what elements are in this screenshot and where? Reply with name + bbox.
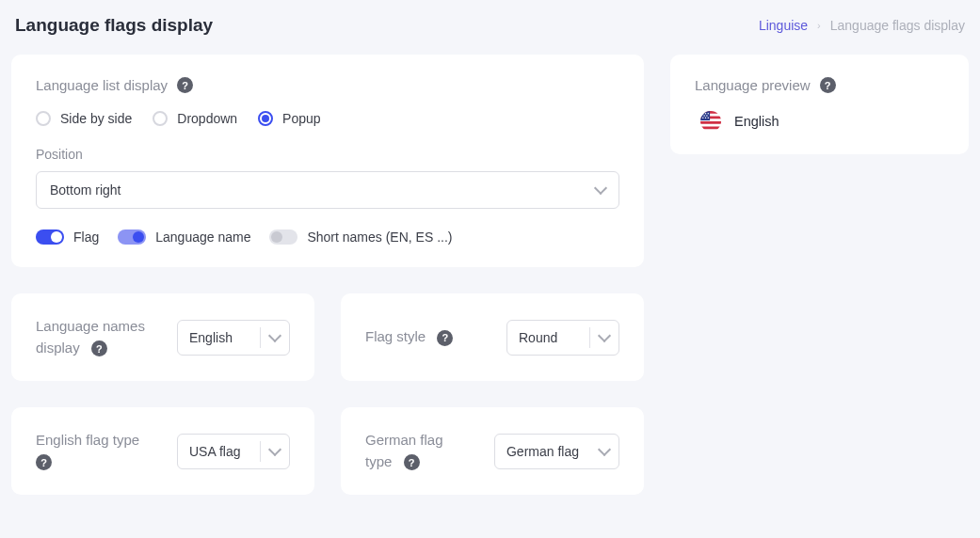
svg-point-6: [702, 113, 703, 114]
chevron-right-icon: ›: [817, 20, 821, 31]
help-icon[interactable]: ?: [36, 454, 52, 470]
svg-point-9: [703, 115, 704, 116]
german-flag-value: German flag: [495, 444, 590, 459]
breadcrumb-root[interactable]: Linguise: [759, 18, 808, 33]
svg-point-11: [702, 118, 703, 119]
svg-point-7: [705, 113, 706, 114]
language-list-card: Language list display ? Side by side Dro…: [11, 55, 644, 267]
radio-label: Popup: [282, 111, 320, 126]
english-flag-title: English flag type: [36, 432, 139, 448]
preview-language: English: [734, 114, 779, 129]
chevron-down-icon: [598, 442, 611, 455]
svg-point-10: [706, 115, 707, 116]
names-display-select[interactable]: English: [177, 320, 290, 356]
help-icon[interactable]: ?: [437, 330, 453, 346]
breadcrumb-current: Language flags display: [830, 18, 965, 33]
svg-point-13: [708, 118, 709, 119]
radio-icon: [153, 111, 168, 126]
english-flag-value: USA flag: [178, 444, 260, 459]
names-display-value: English: [178, 330, 260, 345]
help-icon[interactable]: ?: [820, 77, 836, 93]
toggle-short-names-label: Short names (EN, ES ...): [307, 229, 452, 245]
radio-label: Dropdown: [177, 111, 237, 126]
radio-icon: [258, 111, 273, 126]
display-mode-radios: Side by side Dropdown Popup: [36, 111, 619, 126]
german-flag-select[interactable]: German flag: [494, 434, 619, 469]
svg-point-12: [705, 118, 706, 119]
flag-style-value: Round: [507, 330, 589, 345]
usa-flag-icon: [700, 111, 721, 132]
english-flag-select[interactable]: USA flag: [177, 434, 290, 469]
language-preview-card: Language preview ?: [670, 55, 969, 154]
english-flag-card: English flag type ? USA flag: [11, 407, 314, 495]
chevron-down-icon: [268, 328, 281, 341]
svg-rect-5: [700, 111, 710, 120]
position-value: Bottom right: [50, 182, 120, 198]
svg-point-8: [708, 113, 709, 114]
flag-style-card: Flag style ? Round: [341, 293, 644, 381]
position-label: Position: [36, 147, 619, 162]
names-display-card: Language names display ? English: [11, 293, 314, 381]
radio-dropdown[interactable]: Dropdown: [153, 111, 237, 126]
radio-popup[interactable]: Popup: [258, 111, 320, 126]
page-title: Language flags display: [15, 15, 213, 36]
preview-title: Language preview: [695, 77, 811, 93]
language-list-title: Language list display: [36, 77, 168, 93]
radio-side-by-side[interactable]: Side by side: [36, 111, 132, 126]
toggle-language-name-label: Language name: [155, 229, 250, 245]
help-icon[interactable]: ?: [177, 77, 193, 93]
toggle-short-names[interactable]: [269, 229, 297, 245]
radio-icon: [36, 111, 51, 126]
chevron-down-icon: [268, 442, 281, 455]
toggle-flag[interactable]: [36, 229, 64, 245]
toggle-language-name[interactable]: [118, 229, 146, 245]
help-icon[interactable]: ?: [404, 454, 420, 470]
flag-style-select[interactable]: Round: [506, 320, 619, 356]
chevron-down-icon: [594, 182, 607, 195]
breadcrumb: Linguise › Language flags display: [759, 18, 965, 33]
names-display-title: Language names display: [36, 318, 145, 356]
toggle-flag-label: Flag: [73, 229, 99, 245]
svg-rect-4: [700, 127, 721, 130]
radio-label: Side by side: [60, 111, 132, 126]
help-icon[interactable]: ?: [91, 340, 107, 356]
position-select[interactable]: Bottom right: [36, 171, 619, 209]
chevron-down-icon: [598, 328, 611, 341]
flag-style-title: Flag style: [365, 328, 426, 344]
svg-rect-3: [700, 121, 721, 124]
german-flag-card: German flag type ? German flag: [341, 407, 644, 495]
